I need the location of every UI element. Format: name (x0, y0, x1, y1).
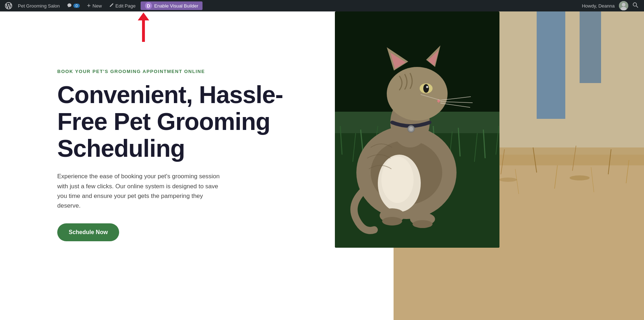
site-name[interactable]: Pet Grooming Salon (14, 0, 63, 11)
hero-subtitle: BOOK YOUR PET'S GROOMING APPOINTMENT ONL… (57, 69, 306, 74)
svg-point-55 (426, 86, 428, 88)
hero-left-section: BOOK YOUR PET'S GROOMING APPOINTMENT ONL… (0, 11, 335, 320)
svg-line-4 (636, 6, 638, 8)
search-button[interactable] (630, 2, 641, 9)
svg-point-48 (387, 67, 448, 121)
hero-heading: Convenient, Hassle-Free Pet Grooming Sch… (57, 81, 306, 161)
svg-point-61 (409, 127, 413, 131)
comment-icon (67, 3, 72, 9)
cat-image-bg (335, 11, 499, 248)
svg-rect-15 (537, 11, 565, 119)
howdy-text: Howdy, Deanna (579, 3, 618, 9)
schedule-now-button[interactable]: Schedule Now (57, 223, 119, 241)
page-content: BOOK YOUR PET'S GROOMING APPOINTMENT ONL… (0, 0, 644, 320)
comments-link[interactable]: 0 (63, 0, 83, 11)
svg-point-25 (570, 175, 590, 180)
hero-description: Experience the ease of booking your pet'… (57, 171, 222, 210)
svg-point-65 (413, 220, 433, 228)
svg-point-64 (382, 217, 402, 226)
svg-rect-16 (580, 11, 601, 83)
avatar[interactable] (619, 1, 628, 10)
plus-icon: + (87, 2, 91, 10)
admin-bar-right: Howdy, Deanna (579, 1, 641, 10)
cat-image (335, 11, 499, 248)
admin-bar: Pet Grooming Salon 0 + New Edit Page D E… (0, 0, 644, 11)
new-link[interactable]: + New (83, 0, 106, 11)
hero-right-section (335, 11, 644, 320)
wordpress-logo[interactable] (3, 0, 14, 11)
edit-page-link[interactable]: Edit Page (106, 0, 139, 11)
divi-icon: D (145, 2, 152, 9)
svg-point-54 (423, 84, 429, 93)
pencil-icon (109, 3, 114, 9)
svg-point-3 (633, 3, 637, 6)
svg-point-1 (622, 3, 625, 6)
svg-point-46 (381, 156, 414, 203)
enable-visual-builder-button[interactable]: D Enable Visual Builder (141, 1, 203, 10)
svg-point-24 (499, 178, 517, 182)
comment-count: 0 (73, 4, 80, 8)
